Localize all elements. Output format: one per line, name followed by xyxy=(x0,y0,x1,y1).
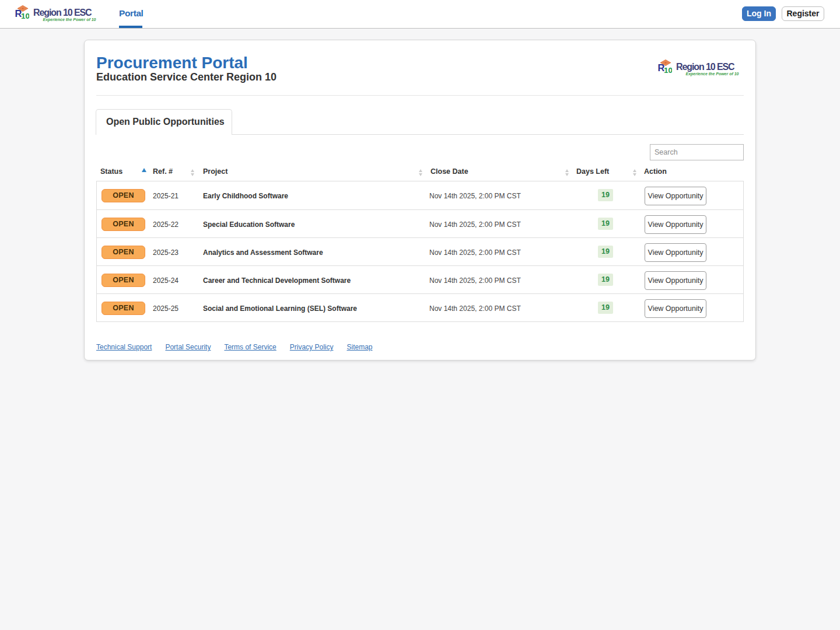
svg-text:10: 10 xyxy=(21,12,29,20)
svg-text:10: 10 xyxy=(664,66,672,74)
